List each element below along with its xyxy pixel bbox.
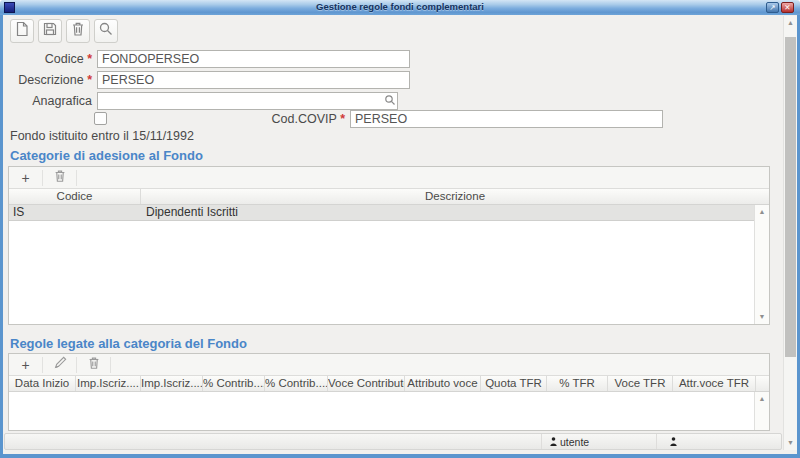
toolbar-separator [42, 170, 43, 186]
search-icon [384, 92, 396, 110]
user-icon [550, 436, 557, 448]
column-header-quota-tfr: Quota TFR [481, 376, 547, 391]
categorie-section-title: Categorie di adesione al Fondo [10, 148, 203, 163]
statusbar-message-area [5, 434, 541, 449]
trash-icon [87, 356, 101, 374]
codice-label: Codice * [3, 52, 92, 66]
column-header-attributo-voce: Attributo voce [405, 376, 481, 391]
statusbar: utente [4, 433, 782, 450]
scroll-up-button[interactable]: ▲ [755, 393, 769, 405]
add-rule-button[interactable]: + [12, 356, 39, 373]
close-icon: ✕ [784, 3, 790, 12]
user-icon [670, 436, 677, 448]
statusbar-user-label: utente [560, 436, 589, 448]
restore-icon: ↗ [769, 3, 775, 12]
column-header-attr-voce-tfr: Attr.voce TFR [673, 376, 756, 391]
column-header-filler [756, 376, 769, 391]
window-title: Gestione regole fondi complementari [0, 1, 800, 12]
anagrafica-lookup-button[interactable] [382, 94, 397, 108]
cod-covip-input[interactable] [350, 110, 663, 128]
categorie-grid: + Codice Descrizione [8, 166, 770, 325]
column-header-data-inizio: Data Inizio [9, 376, 76, 391]
window-scrollbar[interactable]: ▲ ▼ [783, 16, 797, 450]
plus-icon: + [21, 171, 29, 185]
anagrafica-input[interactable] [97, 92, 398, 110]
codice-label-text: Codice [45, 52, 84, 66]
pencil-icon [53, 356, 67, 374]
column-header-voce-tfr: Voce TFR [608, 376, 673, 391]
trash-icon [53, 169, 67, 187]
close-button[interactable]: ✕ [781, 2, 794, 13]
regole-grid: + [8, 353, 770, 431]
delete-button[interactable] [66, 19, 90, 43]
regole-grid-body: ▲ [9, 392, 769, 430]
categorie-grid-body: IS Dipendenti Iscritti ▲ ▼ [9, 205, 769, 324]
trash-icon [70, 21, 86, 41]
categorie-grid-header: Codice Descrizione [9, 189, 769, 205]
plus-icon: + [21, 358, 29, 372]
column-header-imp-iscriz-1: Imp.Iscriz.... [76, 376, 141, 391]
delete-rule-button[interactable] [80, 356, 107, 373]
cod-covip-required-marker: * [340, 112, 345, 126]
codice-required-marker: * [87, 52, 92, 66]
statusbar-session-panel [656, 434, 781, 449]
categorie-row[interactable]: IS Dipendenti Iscritti [9, 205, 755, 221]
anagrafica-label: Anagrafica [3, 94, 92, 108]
column-header-perc-contrib-1: % Contrib.... [203, 376, 265, 391]
cod-covip-label: Cod.COVIP * [223, 112, 345, 126]
anagrafica-label-text: Anagrafica [32, 94, 92, 108]
window-title-text: Gestione regole fondi complementari [316, 1, 484, 12]
scrollbar-thumb[interactable] [785, 37, 796, 357]
categorie-grid-toolbar: + [9, 167, 769, 189]
column-header-voce-contributo: Voce Contributo [328, 376, 405, 391]
column-header-perc-contrib-2: % Contrib.... [265, 376, 328, 391]
toolbar-separator [76, 357, 77, 373]
toolbar-separator [42, 357, 43, 373]
cod-covip-label-text: Cod.COVIP [272, 112, 337, 126]
add-category-button[interactable]: + [12, 169, 39, 186]
toolbar-separator [110, 357, 111, 373]
regole-grid-header: Data Inizio Imp.Iscriz.... Imp.Iscriz...… [9, 376, 769, 392]
edit-rule-button[interactable] [46, 356, 73, 373]
new-record-button[interactable] [10, 19, 34, 43]
titlebar: Gestione regole fondi complementari ↗ ✕ [0, 0, 800, 16]
descrizione-required-marker: * [87, 73, 92, 87]
scroll-down-button[interactable]: ▼ [755, 311, 769, 323]
column-header-codice: Codice [9, 189, 141, 204]
fondo-ante-1992-checkbox[interactable] [94, 112, 107, 125]
window-border-bottom [0, 454, 800, 458]
search-icon [98, 21, 114, 41]
fondo-note: Fondo istituito entro il 15/11/1992 [10, 129, 194, 143]
toolbar-separator [76, 170, 77, 186]
scroll-up-button[interactable]: ▲ [784, 17, 797, 29]
column-header-imp-iscriz-2: Imp.Iscriz.... [141, 376, 203, 391]
app-window: Gestione regole fondi complementari ↗ ✕ [0, 0, 800, 458]
statusbar-user-panel: utente [541, 434, 656, 449]
column-header-descrizione: Descrizione [141, 189, 769, 204]
search-button[interactable] [94, 19, 118, 43]
codice-input[interactable] [97, 50, 410, 68]
descrizione-label-text: Descrizione [18, 73, 83, 87]
save-icon [42, 21, 58, 41]
descrizione-input[interactable] [97, 71, 410, 89]
new-document-icon [14, 21, 30, 41]
restore-button[interactable]: ↗ [766, 2, 779, 13]
regole-scrollbar[interactable]: ▲ [754, 392, 769, 430]
cell-codice: IS [9, 205, 141, 220]
scroll-up-button[interactable]: ▲ [755, 206, 769, 218]
descrizione-label: Descrizione * [3, 73, 92, 87]
regole-grid-toolbar: + [9, 354, 769, 376]
save-button[interactable] [38, 19, 62, 43]
delete-category-button[interactable] [46, 169, 73, 186]
window-content: Codice * Descrizione * Anagrafica Cod.CO… [3, 15, 797, 454]
categorie-scrollbar[interactable]: ▲ ▼ [754, 205, 769, 324]
column-header-perc-tfr: % TFR [547, 376, 608, 391]
scroll-down-button[interactable]: ▼ [784, 437, 797, 449]
regole-section-title: Regole legate alla categoria del Fondo [10, 336, 247, 351]
cell-descrizione: Dipendenti Iscritti [141, 205, 755, 220]
